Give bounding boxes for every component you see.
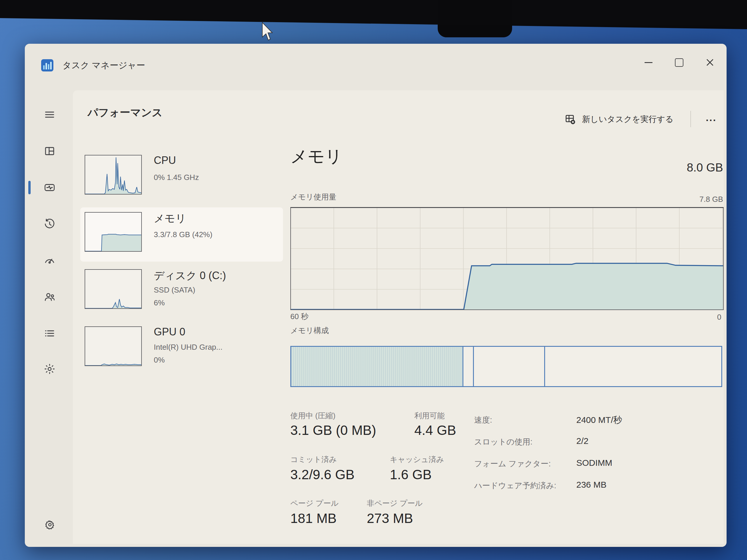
window-title: タスク マネージャー (62, 59, 145, 72)
nonpaged-pool-value: 273 MB (367, 510, 413, 526)
sidebar-item-performance[interactable] (40, 178, 59, 197)
perf-item-stat: Intel(R) UHD Grap... (154, 343, 223, 352)
in-use-value: 3.1 GB (0 MB) (290, 422, 376, 438)
form-factor-label: フォーム ファクター: (474, 458, 550, 469)
details-icon (44, 327, 56, 340)
speed-value: 2400 MT/秒 (576, 414, 622, 426)
perf-item-stat: SSD (SATA) (154, 286, 195, 295)
more-options-button[interactable]: ... (706, 112, 717, 123)
run-new-task-label: 新しいタスクを実行する (582, 114, 673, 125)
perf-item-title: GPU 0 (154, 326, 185, 338)
memory-usage-chart (290, 207, 724, 310)
memory-composition-segment-modified (463, 347, 474, 386)
run-new-task-icon (565, 113, 576, 125)
memory-total: 8.0 GB (687, 161, 723, 174)
window-controls (633, 53, 725, 72)
in-use-label: 使用中 (圧縮) (290, 411, 336, 421)
sidebar-item-processes[interactable] (40, 141, 59, 161)
available-value: 4.4 GB (414, 422, 456, 438)
paged-pool-label: ページ プール (290, 498, 339, 508)
slots-used-label: スロットの使用: (474, 437, 533, 447)
page-title: パフォーマンス (87, 106, 162, 120)
perf-item-stat: 0% 1.45 GHz (154, 173, 199, 182)
app-history-icon (44, 218, 56, 230)
hw-reserved-value: 236 MB (576, 480, 607, 490)
detail-title: メモリ (290, 145, 342, 168)
titlebar[interactable]: タスク マネージャー (25, 44, 727, 82)
cached-label: キャッシュ済み (390, 454, 444, 464)
memory-composition-segment-standby (474, 347, 545, 386)
sidebar-menu-button[interactable] (40, 105, 59, 124)
sidebar (25, 82, 73, 547)
memory-mini-chart (85, 212, 142, 252)
available-label: 利用可能 (414, 411, 445, 421)
close-icon (706, 58, 714, 66)
sidebar-item-details[interactable] (40, 324, 59, 343)
cached-value: 1.6 GB (390, 466, 432, 482)
settings-button[interactable] (42, 516, 58, 533)
task-manager-app-icon (41, 59, 54, 72)
paged-pool-value: 181 MB (290, 510, 337, 526)
memory-composition-segment-free (545, 347, 721, 386)
run-new-task-button[interactable]: 新しいタスクを実行する (558, 108, 680, 130)
perf-item-title: CPU (154, 154, 176, 166)
performance-page: パフォーマンス 新しいタスクを実行する ... CPU 0% 1.45 GHz … (73, 90, 724, 544)
minimize-button[interactable] (633, 53, 664, 72)
nonpaged-pool-label: 非ページ プール (367, 498, 423, 508)
minimize-icon (645, 62, 652, 63)
mouse-cursor (261, 22, 274, 42)
speed-label: 速度: (474, 415, 492, 425)
cpu-mini-chart (85, 155, 142, 194)
memory-composition-segment-in_use (291, 347, 463, 386)
hw-reserved-label: ハードウェア予約済み: (474, 480, 556, 491)
sidebar-item-startup-apps[interactable] (40, 251, 59, 270)
memory-composition-bar[interactable] (290, 346, 722, 387)
users-icon (44, 291, 56, 303)
disk-mini-chart (85, 269, 142, 309)
perf-item-title: メモリ (154, 211, 186, 226)
perf-item-stat: 3.3/7.8 GB (42%) (154, 230, 212, 239)
perf-list-item-gpu[interactable]: GPU 0 Intel(R) UHD Grap... 0% (80, 322, 283, 376)
maximize-icon (675, 58, 684, 67)
sidebar-item-app-history[interactable] (40, 214, 59, 234)
usage-chart-label: メモリ使用量 (290, 192, 336, 202)
processes-icon (44, 145, 56, 157)
usage-chart-max: 7.8 GB (699, 195, 723, 204)
perf-list-item-memory[interactable]: メモリ 3.3/7.8 GB (42%) (80, 207, 283, 262)
committed-label: コミット済み (290, 454, 337, 464)
webcam-notch (438, 0, 512, 37)
selected-tab-indicator (28, 181, 31, 194)
maximize-button[interactable] (664, 53, 694, 72)
perf-item-stat2: 6% (154, 298, 165, 308)
slots-used-value: 2/2 (576, 436, 589, 446)
perf-item-title: ディスク 0 (C:) (154, 269, 226, 283)
hamburger-icon (44, 108, 56, 121)
x-axis-left-label: 60 秒 (290, 312, 308, 322)
startup-icon (44, 254, 56, 267)
memory-composition-label: メモリ構成 (290, 325, 329, 336)
perf-list-item-disk[interactable]: ディスク 0 (C:) SSD (SATA) 6% (80, 265, 283, 319)
committed-value: 3.2/9.6 GB (290, 466, 355, 482)
perf-list-item-cpu[interactable]: CPU 0% 1.45 GHz (80, 150, 283, 205)
sidebar-item-users[interactable] (40, 287, 59, 306)
form-factor-value: SODIMM (576, 458, 612, 468)
gear-icon (44, 519, 56, 531)
header-divider (690, 111, 691, 127)
close-button[interactable] (694, 53, 725, 72)
sidebar-item-services[interactable] (40, 359, 59, 379)
gpu-mini-chart (85, 326, 142, 366)
perf-item-stat2: 0% (154, 355, 165, 365)
x-axis-right-label: 0 (717, 313, 721, 322)
services-icon (44, 363, 56, 375)
performance-icon (44, 181, 56, 194)
task-manager-window: タスク マネージャー (25, 44, 727, 547)
